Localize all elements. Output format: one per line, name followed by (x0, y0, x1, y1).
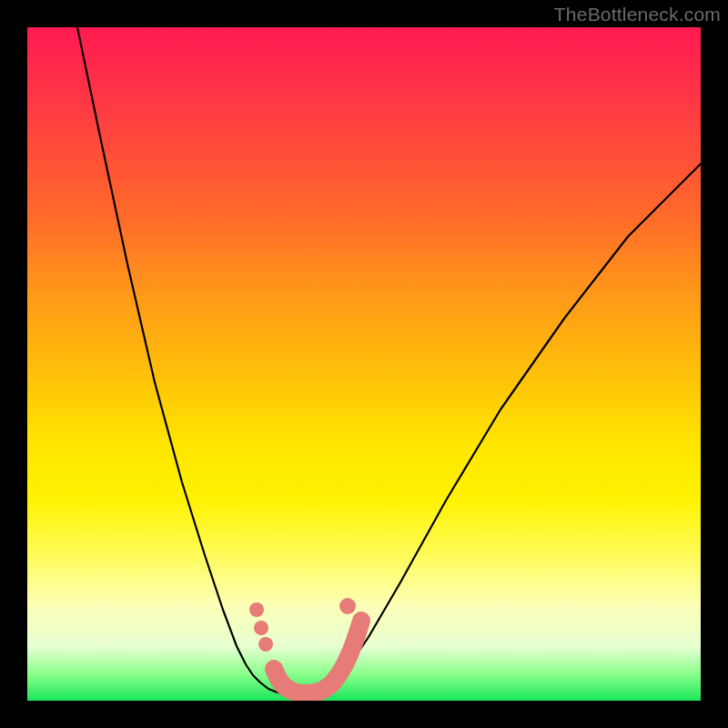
curve-marker (254, 621, 268, 635)
chart-frame: TheBottleneck.com (0, 0, 728, 728)
curve-left-branch (77, 27, 305, 697)
plot-area (27, 27, 701, 701)
curve-marker (339, 598, 356, 614)
curve-marker (258, 637, 273, 652)
curve-marker (249, 602, 264, 617)
bottleneck-curve (27, 27, 701, 701)
watermark-text: TheBottleneck.com (554, 4, 721, 25)
valley-highlight (274, 621, 361, 693)
